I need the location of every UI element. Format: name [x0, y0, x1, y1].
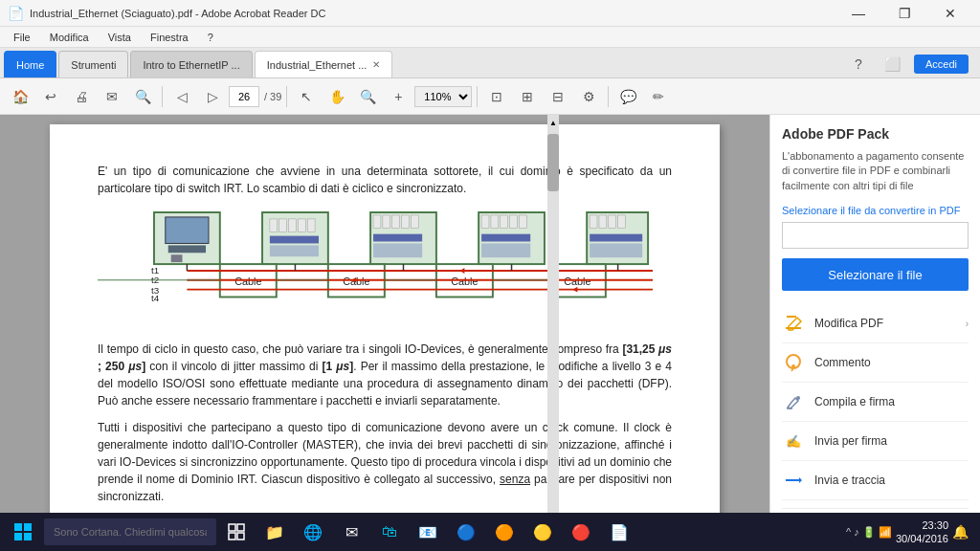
toolbar-fitwidth-icon[interactable]: ⊞ — [513, 82, 542, 111]
taskbar-pdf-icon[interactable]: 📄 — [601, 515, 637, 549]
svg-point-70 — [796, 396, 800, 400]
taskbar-store-icon[interactable]: 🛍 — [371, 515, 408, 549]
toolbar-next-icon[interactable]: ▷ — [198, 82, 227, 111]
svg-rect-65 — [787, 316, 796, 318]
toolbar: 🏠 ↩ 🖨 ✉ 🔍 ◁ ▷ / 39 ↖ ✋ 🔍 + 110% 100% 150… — [0, 78, 980, 115]
toolbar-fit-icon[interactable]: ⊡ — [482, 82, 511, 111]
signin-button[interactable]: Accedi — [914, 55, 969, 74]
taskbar-app5-icon[interactable]: 🔴 — [563, 515, 599, 549]
commento-label: Commento — [814, 356, 969, 369]
svg-rect-35 — [590, 243, 642, 257]
start-button[interactable] — [4, 515, 42, 549]
edit-icon — [782, 312, 805, 335]
taskbar-edge-icon[interactable]: 🌐 — [295, 515, 331, 549]
arrow-icon — [782, 469, 805, 492]
svg-rect-81 — [229, 533, 235, 540]
toolbar-rotate-icon[interactable]: ↩ — [36, 82, 65, 111]
select-file-button[interactable]: Selezionare il file — [782, 258, 969, 291]
toolbar-home-icon[interactable]: 🏠 — [6, 82, 34, 111]
toolbar-markup-icon[interactable]: ✏ — [644, 82, 673, 111]
toolbar-hand-icon[interactable]: ✋ — [323, 82, 351, 111]
menu-finestra[interactable]: Finestra — [143, 30, 196, 45]
menu-vista[interactable]: Vista — [100, 30, 139, 45]
pen-icon — [782, 390, 805, 413]
menu-file[interactable]: File — [6, 30, 38, 45]
tab-bar: Home Strumenti Intro to EthernetIP ... I… — [0, 48, 980, 78]
taskbar-tray: ^ ♪ 🔋 📶 23:30 30/04/2016 🔔 — [838, 518, 976, 546]
modifica-label: Modifica PDF — [814, 317, 956, 330]
svg-rect-12 — [270, 245, 319, 256]
taskbar-app3-icon[interactable]: 🟠 — [486, 515, 523, 549]
zoom-selector[interactable]: 110% 100% 150% — [414, 86, 472, 107]
taskbar-mail-icon[interactable]: ✉ — [333, 515, 369, 549]
toolbar-zoomout-icon[interactable]: 🔍 — [353, 82, 382, 111]
maximize-button[interactable]: ❐ — [882, 0, 926, 27]
pdf-para1: E' un tipo di comunicazione che avviene … — [98, 163, 672, 197]
tab-home[interactable]: Home — [4, 51, 56, 77]
tray-icons[interactable]: ^ ♪ 🔋 📶 — [846, 526, 892, 539]
svg-rect-82 — [237, 533, 244, 540]
tab-industrial[interactable]: Industrial_Ethernet ... ✕ — [255, 51, 393, 77]
cortana-search[interactable] — [44, 518, 216, 545]
toolbar-fitpage-icon[interactable]: ⊟ — [544, 82, 572, 111]
svg-marker-47 — [459, 268, 464, 274]
tab-close-icon[interactable]: ✕ — [372, 59, 380, 70]
toolbar-prev-icon[interactable]: ◁ — [167, 82, 196, 111]
scrollbar-thumb[interactable] — [547, 134, 559, 191]
window-controls: — ❐ ✕ — [836, 0, 972, 27]
comment-icon — [782, 351, 805, 374]
toolbar-tools-icon[interactable]: ⚙ — [574, 82, 603, 111]
svg-rect-22 — [481, 215, 489, 229]
panel-file-input[interactable] — [782, 222, 969, 249]
title-bar: 📄 Industrial_Ethernet (Sciaguato).pdf - … — [0, 0, 980, 27]
page-number-input[interactable] — [229, 86, 259, 107]
taskbar-app2-icon[interactable]: 🔵 — [448, 515, 484, 549]
send-icon: ✍ — [782, 430, 805, 452]
panel-action-commento[interactable]: Commento — [782, 343, 969, 383]
svg-rect-31 — [599, 215, 607, 229]
tab-tools[interactable]: Strumenti — [58, 51, 128, 77]
close-button[interactable]: ✕ — [928, 0, 972, 27]
toolbar-print-icon[interactable]: 🖨 — [67, 82, 96, 111]
taskview-button[interactable] — [218, 515, 255, 549]
svg-rect-23 — [491, 215, 499, 229]
help-button[interactable]: ? — [845, 51, 872, 77]
minimize-button[interactable]: — — [836, 0, 880, 27]
panel-action-invia-firma[interactable]: ✍ Invia per firma — [782, 422, 969, 461]
bracket2: [1 μs] — [322, 360, 353, 373]
tab-home-label: Home — [16, 59, 44, 71]
panel-action-traccia[interactable]: Invia e traccia — [782, 461, 969, 500]
modifica-chevron: › — [966, 319, 969, 329]
scrollbar-track[interactable] — [547, 115, 559, 534]
svg-rect-78 — [24, 533, 32, 540]
taskbar-app1-icon[interactable]: 📧 — [410, 515, 446, 549]
right-panel: Adobe PDF Pack L'abbonamento a pagamento… — [769, 115, 980, 534]
svg-marker-49 — [572, 287, 577, 293]
toolbar-email-icon[interactable]: ✉ — [98, 82, 126, 111]
toolbar-comment-icon[interactable]: 💬 — [613, 82, 642, 111]
notification-icon[interactable]: 🔔 — [952, 524, 969, 540]
toolbar-zoomin-icon[interactable]: + — [384, 82, 412, 111]
menu-bar: File Modifica Vista Finestra ? — [0, 27, 980, 48]
panel-subtitle: L'abbonamento a pagamento consente di co… — [782, 149, 969, 193]
panel-action-modifica[interactable]: Modifica PDF › — [782, 304, 969, 343]
svg-rect-30 — [590, 215, 597, 229]
taskbar-app4-icon[interactable]: 🟡 — [524, 515, 561, 549]
taskbar-date-value: 30/04/2016 — [896, 532, 948, 545]
svg-rect-26 — [519, 215, 526, 229]
sep3 — [477, 86, 478, 107]
taskbar-files-icon[interactable]: 📁 — [256, 515, 293, 549]
toolbar-cursor-icon[interactable]: ↖ — [292, 82, 321, 111]
svg-text:t4: t4 — [151, 293, 160, 303]
svg-rect-28 — [481, 243, 530, 257]
scroll-up-arrow[interactable]: ▲ — [547, 115, 559, 130]
share-button[interactable]: ⬜ — [880, 51, 906, 77]
tab-intro[interactable]: Intro to EthernetIP ... — [130, 51, 252, 77]
toolbar-search-icon[interactable]: 🔍 — [128, 82, 157, 111]
panel-select-label: Selezionare il file da convertire in PDF — [782, 205, 969, 216]
menu-modifica[interactable]: Modifica — [42, 30, 97, 45]
svg-rect-76 — [24, 523, 32, 531]
taskbar-clock[interactable]: 23:30 30/04/2016 — [896, 518, 948, 546]
panel-action-firma[interactable]: Compila e firma — [782, 383, 969, 422]
menu-help[interactable]: ? — [200, 30, 221, 45]
